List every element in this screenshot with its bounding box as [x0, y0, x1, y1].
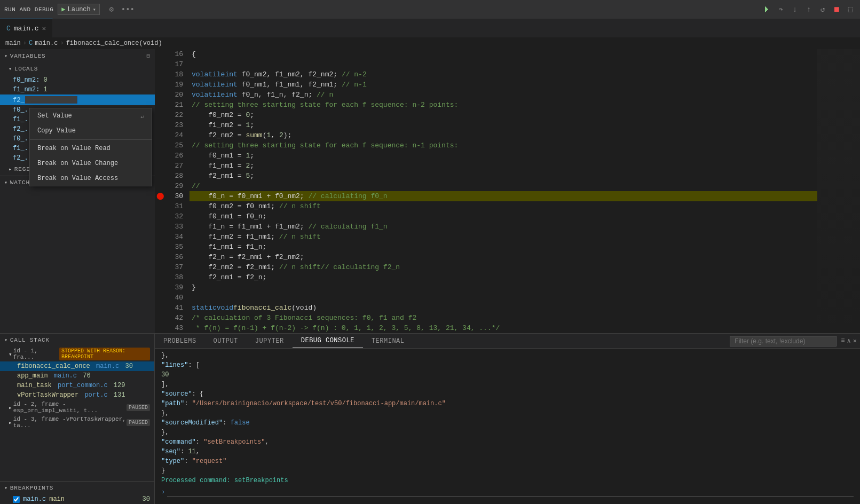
launch-label: Launch: [68, 6, 91, 13]
tab-jupyter[interactable]: JUPYTER: [247, 334, 293, 348]
close-panel-icon[interactable]: ✕: [853, 337, 857, 345]
close-icon[interactable]: ✕: [42, 25, 46, 33]
call-stack-header[interactable]: ▾ CALL STACK: [0, 334, 154, 346]
var-f2-selected[interactable]: f2_: [0, 94, 155, 105]
context-break-change[interactable]: Break on Value Change: [30, 156, 152, 171]
minimap: [817, 49, 860, 333]
launch-dropdown[interactable]: ▶ Launch ▾: [58, 4, 99, 15]
debug-line-4: ],: [161, 380, 854, 389]
context-copy-value[interactable]: Copy Value: [30, 123, 152, 138]
code-line-19: volatile int f0_nm1, f1_nm1, f2_nm1; // …: [190, 80, 817, 90]
code-line-17: [190, 59, 817, 69]
code-line-37: f2_nm2 = f2_nm1; // n shift// calculatin…: [190, 262, 817, 272]
breadcrumb-function[interactable]: fibonacci_calc_once(void): [66, 40, 162, 47]
sidebar: ▾ VARIABLES ⊟ ▾ Locals f0_nm2: 0 f1_nm2:…: [0, 49, 155, 333]
context-break-read[interactable]: Break on Value Read: [30, 141, 152, 156]
tab-problems[interactable]: PROBLEMS: [155, 334, 205, 348]
code-line-38: f2_nm1 = f2_n;: [190, 272, 817, 282]
call-stack-main-task[interactable]: main_task port_common.c 129: [0, 381, 154, 390]
breakpoint-checkbox[interactable]: [13, 496, 20, 503]
breadcrumb: main › C main.c › fibonacci_calc_once(vo…: [0, 37, 860, 49]
tab-main-c[interactable]: C main.c ✕: [0, 19, 53, 37]
c-file-icon: C: [6, 25, 11, 33]
code-line-35: f1_nm1 = f1_n;: [190, 242, 817, 252]
context-break-access[interactable]: Break on Value Access: [30, 171, 152, 186]
variables-header[interactable]: ▾ VARIABLES ⊟: [0, 49, 155, 62]
code-line-33: f1_n = f1_nm1 + f1_nm2; // calculating f…: [190, 222, 817, 232]
code-line-18: volatile int f0_nm2, f1_nm2, f2_nm2; // …: [190, 69, 817, 80]
filter-lines-icon[interactable]: ≡: [841, 337, 845, 345]
code-line-23: f1_nm2 = 1;: [190, 120, 817, 130]
prompt-icon: ›: [161, 487, 165, 497]
collapse-icon[interactable]: ∧: [847, 337, 851, 345]
bottom-left-panel: ▾ CALL STACK ▾ id - 1, fra... STOPPED WI…: [0, 334, 155, 504]
call-stack-group-3[interactable]: ▸ id - 3, frame -vPortTaskWrapper, ta...…: [0, 415, 154, 430]
context-menu: Set Value ↵ Copy Value Break on Value Re…: [29, 108, 152, 186]
panel-tabs: PROBLEMS OUTPUT JUPYTER DEBUG CONSOLE TE…: [155, 334, 860, 349]
locals-header[interactable]: ▾ Locals: [0, 62, 155, 75]
step-over-icon[interactable]: ↷: [776, 5, 786, 14]
code-line-24: f2_nm2 = summ(1, 2);: [190, 130, 817, 140]
code-line-26: f0_nm1 = 1;: [190, 151, 817, 161]
var-f1-nm2[interactable]: f1_nm2: 1: [0, 85, 155, 94]
breakpoints-section: ▾ BREAKPOINTS main.c main 30: [0, 481, 154, 504]
call-stack-label: CALL STACK: [10, 337, 50, 343]
panel-filter-input[interactable]: [730, 336, 837, 346]
tab-terminal[interactable]: TERMINAL: [363, 334, 413, 348]
debug-line-11: "seq": 11,: [161, 447, 854, 456]
var-edit-input[interactable]: [25, 96, 78, 104]
code-line-22: f0_nm2 = 0;: [190, 110, 817, 120]
code-line-29: //: [190, 181, 817, 191]
code-line-31: f0_nm2 = f0_nm1; // n shift: [190, 201, 817, 211]
call-stack-group-2[interactable]: ▸ id - 2, frame -esp_prn_impl_waiti, t..…: [0, 400, 154, 415]
watch-label: WATCH: [10, 179, 30, 186]
continue-icon[interactable]: ⏵: [762, 4, 772, 14]
breadcrumb-file[interactable]: main.c: [35, 40, 58, 47]
stop-icon[interactable]: ⏹: [831, 5, 842, 14]
breakpoint-item-main[interactable]: main.c main 30: [0, 494, 154, 504]
debug-console-input[interactable]: [167, 489, 854, 497]
disconnect-icon[interactable]: ⬚: [845, 5, 856, 14]
breakpoints-header[interactable]: ▾ BREAKPOINTS: [0, 482, 154, 494]
panel-icons: ≡ ∧ ✕: [841, 337, 857, 345]
breadcrumb-main[interactable]: main: [5, 40, 21, 47]
settings-icon[interactable]: ⚙: [106, 5, 117, 14]
locals-expand-arrow: ▾: [9, 66, 12, 72]
line-numbers: 1617181920 2122232425 26272829 30 313233…: [165, 49, 190, 333]
call-stack-arrow: ▾: [4, 337, 8, 343]
more-icon[interactable]: •••: [121, 5, 132, 14]
debug-line-1: },: [161, 351, 854, 360]
tab-label: main.c: [14, 25, 39, 33]
call-stack-app-main[interactable]: app_main main.c 76: [0, 371, 154, 381]
code-container[interactable]: ⬤ 1617181920 2122232425 26272829 30 3132…: [155, 49, 860, 333]
run-debug-label: RUN AND DEBUG: [4, 6, 53, 13]
code-line-40: [190, 293, 817, 303]
tab-debug-console[interactable]: DEBUG CONSOLE: [293, 334, 363, 348]
var-f0-nm2[interactable]: f0_nm2: 0: [0, 75, 155, 85]
call-stack-fibonacci[interactable]: fibonacci_calc_once main.c 30: [0, 361, 154, 371]
code-line-21: // setting three starting state for each…: [190, 100, 817, 110]
context-set-value[interactable]: Set Value ↵: [30, 108, 152, 123]
collapse-to-editors-icon[interactable]: ⊟: [147, 52, 151, 59]
code-line-43: * f(n) = f(n-1) + f(n-2) -> f(n) : 0, 1,…: [190, 323, 817, 333]
breakpoints-arrow: ▾: [4, 485, 8, 491]
code-line-30: f0_n = f0_nm1 + f0_nm2; // calculating f…: [190, 191, 817, 201]
restart-icon[interactable]: ↺: [817, 5, 828, 14]
step-into-icon[interactable]: ↓: [790, 5, 800, 14]
bottom-area: ▾ CALL STACK ▾ id - 1, fra... STOPPED WI…: [0, 333, 860, 504]
paused-badge-2: PAUSED: [127, 404, 150, 411]
step-out-icon[interactable]: ↑: [803, 5, 814, 14]
debug-console-content: }, "lines": [ 30 ], "source": { "path": …: [155, 349, 860, 504]
breakpoints-label: BREAKPOINTS: [10, 485, 53, 491]
top-bar: RUN AND DEBUG ▶ Launch ▾ ⚙ ••• ⏵ ↷ ↓ ↑ ↺…: [0, 0, 860, 19]
locals-label: Locals: [14, 66, 38, 72]
editor-area: ⬤ 1617181920 2122232425 26272829 30 3132…: [155, 49, 860, 333]
watch-expand-arrow: ▾: [4, 179, 8, 186]
variables-label: VARIABLES: [10, 53, 46, 59]
tab-output[interactable]: OUTPUT: [205, 334, 247, 348]
debug-prompt-row: ›: [161, 487, 854, 497]
code-line-32: f0_nm1 = f0_n;: [190, 211, 817, 222]
debug-line-6: "path": "/Users/brainignacio/workspace/t…: [161, 399, 854, 408]
call-stack-vport[interactable]: vPortTaskWrapper port.c 131: [0, 390, 154, 400]
call-stack-group-1[interactable]: ▾ id - 1, fra... STOPPED WITH REASON: BR…: [0, 346, 154, 361]
